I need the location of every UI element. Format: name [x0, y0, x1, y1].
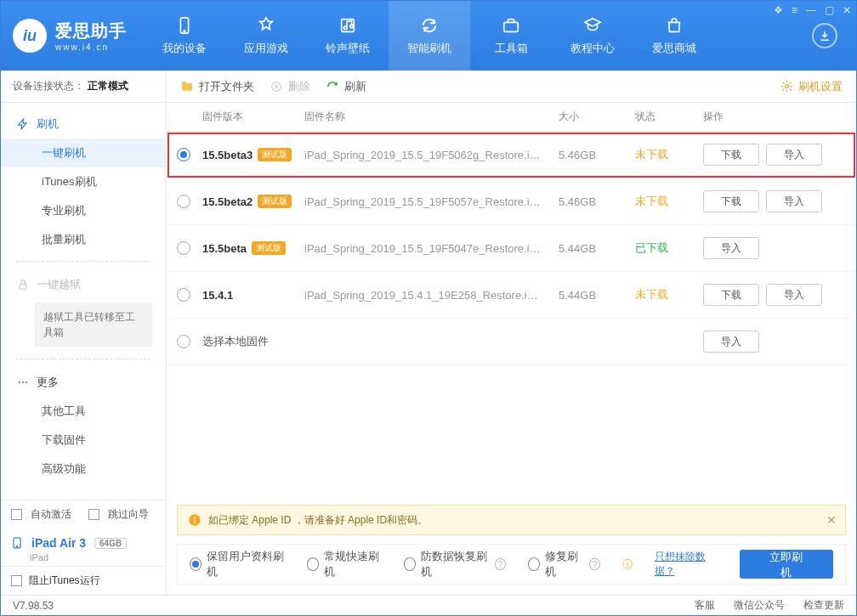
row-radio[interactable]: [177, 241, 190, 255]
wc-minimize-icon[interactable]: —: [806, 4, 816, 16]
start-flash-button[interactable]: 立即刷机: [740, 550, 833, 579]
import-button[interactable]: 导入: [766, 284, 822, 306]
tab-tools[interactable]: 工具箱: [470, 1, 552, 71]
firmware-status: 未下载: [635, 147, 703, 162]
flash-icon: [420, 15, 439, 36]
wechat-link[interactable]: 微信公众号: [734, 598, 785, 613]
row-radio[interactable]: [177, 148, 190, 161]
mode-normal[interactable]: 常规快速刷机: [307, 549, 383, 579]
download-button[interactable]: 下载: [703, 144, 759, 166]
th-ops: 操作: [703, 110, 856, 124]
top-bar: ❖ ≡ — ▢ ✕ iu 爱思助手 www.i4.cn 我的设备应用游戏铃声壁纸…: [1, 1, 856, 71]
firmware-row[interactable]: 15.4.1iPad_Spring_2019_15.4.1_19E258_Res…: [167, 272, 856, 319]
status-bar: V7.98.53 客服 微信公众号 检查更新: [1, 595, 856, 615]
download-manager-icon[interactable]: [812, 23, 837, 48]
wc-close-icon[interactable]: ✕: [843, 4, 851, 16]
mode-repair[interactable]: 修复刷机?: [528, 549, 600, 579]
tab-flash[interactable]: 智能刷机: [389, 1, 470, 71]
table-header: 固件版本 固件名称 大小 状态 操作: [167, 103, 856, 132]
help-icon[interactable]: ?: [495, 558, 505, 570]
device-info[interactable]: iPad Air 3 64GB iPad: [1, 528, 166, 566]
firmware-version: 15.5beta3测试版: [202, 148, 304, 161]
flash-settings-button[interactable]: 刷机设置: [780, 79, 843, 94]
row-radio[interactable]: [177, 195, 190, 208]
firmware-version: 15.5beta2测试版: [202, 195, 304, 208]
row-radio[interactable]: [177, 288, 190, 302]
logo-icon: iu: [13, 19, 47, 53]
local-firmware-label: 选择本地固件: [202, 334, 703, 349]
svg-rect-6: [20, 284, 26, 289]
warning-icon: [188, 513, 201, 527]
help-icon[interactable]: ?: [589, 558, 599, 570]
sidebar-item-dlfw[interactable]: 下载固件: [1, 426, 166, 455]
tab-tutorial[interactable]: 教程中心: [552, 1, 633, 71]
sidebar-item-itunes[interactable]: iTunes刷机: [1, 167, 166, 196]
tab-apps[interactable]: 应用游戏: [225, 1, 307, 71]
firmware-row[interactable]: 15.5beta测试版iPad_Spring_2019_15.5_19F5047…: [167, 225, 856, 272]
block-itunes-checkbox[interactable]: [11, 575, 22, 586]
sidebar-head-jailbreak: 一键越狱: [1, 270, 166, 299]
tutorial-icon: [583, 15, 602, 36]
import-button[interactable]: 导入: [703, 331, 759, 353]
conn-value: 正常模式: [88, 79, 128, 93]
store-icon: [665, 15, 684, 36]
skip-guide-label: 跳过向导: [108, 507, 149, 522]
mode-keep-data[interactable]: 保留用户资料刷机: [190, 549, 285, 579]
mode-anti-recovery[interactable]: 防数据恢复刷机?: [404, 549, 506, 579]
th-status: 状态: [635, 110, 703, 124]
row-radio[interactable]: [177, 335, 190, 348]
import-button[interactable]: 导入: [766, 144, 822, 166]
beta-badge: 测试版: [258, 148, 292, 161]
block-itunes-label: 阻止iTunes运行: [29, 574, 100, 588]
refresh-icon: [326, 80, 339, 93]
support-link[interactable]: 客服: [695, 598, 715, 613]
sidebar-item-adv[interactable]: 高级功能: [1, 455, 166, 483]
sidebar-head-more[interactable]: 更多: [1, 368, 166, 397]
local-firmware-row[interactable]: 选择本地固件导入: [167, 319, 856, 365]
tablet-icon: [11, 535, 23, 551]
lock-icon: [16, 278, 30, 291]
import-button[interactable]: 导入: [766, 190, 822, 212]
apps-icon: [257, 15, 275, 36]
th-size: 大小: [559, 110, 635, 124]
delete-button: 删除: [270, 79, 310, 94]
sidebar-item-other[interactable]: 其他工具: [1, 397, 166, 426]
auto-activate-checkbox[interactable]: [11, 509, 22, 520]
wc-maximize-icon[interactable]: ▢: [825, 4, 834, 16]
sidebar-item-pro[interactable]: 专业刷机: [1, 196, 166, 225]
firmware-size: 5.46GB: [559, 195, 635, 208]
window-controls: ❖ ≡ — ▢ ✕: [774, 4, 851, 16]
sidebar-head-flash[interactable]: 刷机: [1, 110, 166, 138]
logo-subtext: www.i4.cn: [55, 42, 127, 52]
tab-store[interactable]: 爱思商城: [633, 1, 715, 71]
svg-rect-5: [504, 22, 519, 31]
wc-grid-icon[interactable]: ❖: [774, 4, 783, 16]
download-button[interactable]: 下载: [703, 284, 759, 306]
skip-guide-checkbox[interactable]: [88, 509, 99, 520]
wc-menu-icon[interactable]: ≡: [792, 4, 797, 16]
firmware-row[interactable]: 15.5beta3测试版iPad_Spring_2019_15.5_19F506…: [167, 132, 856, 178]
refresh-button[interactable]: 刷新: [326, 79, 366, 94]
firmware-row[interactable]: 15.5beta2测试版iPad_Spring_2019_15.5_19F505…: [167, 178, 856, 225]
delete-icon: [270, 80, 283, 93]
open-folder-button[interactable]: 打开文件夹: [180, 79, 254, 94]
device-icon: [175, 15, 194, 36]
tools-icon: [502, 15, 520, 36]
jailbreak-note: 越狱工具已转移至工具箱: [35, 302, 152, 347]
th-name: 固件名称: [304, 110, 559, 124]
check-update-link[interactable]: 检查更新: [803, 598, 844, 613]
firmware-size: 5.46GB: [559, 149, 635, 161]
firmware-filename: iPad_Spring_2019_15.5_19F5057e_Restore.i…: [304, 195, 559, 208]
import-button[interactable]: 导入: [703, 237, 759, 259]
svg-point-1: [184, 31, 185, 32]
firmware-size: 5.44GB: [559, 289, 635, 302]
main-panel: 打开文件夹 删除 刷新 刷机设置 固件版本 固件名称 大小 状态: [167, 71, 856, 595]
auto-activate-label: 自动激活: [31, 507, 71, 522]
tab-device[interactable]: 我的设备: [144, 1, 225, 71]
notice-close-icon[interactable]: ✕: [826, 513, 837, 527]
sidebar-item-batch[interactable]: 批量刷机: [1, 225, 166, 254]
download-button[interactable]: 下载: [703, 190, 759, 212]
tab-ring[interactable]: 铃声壁纸: [307, 1, 389, 71]
sidebar-item-one[interactable]: 一键刷机: [1, 138, 166, 167]
erase-only-link[interactable]: 只想抹除数据？: [655, 550, 718, 579]
